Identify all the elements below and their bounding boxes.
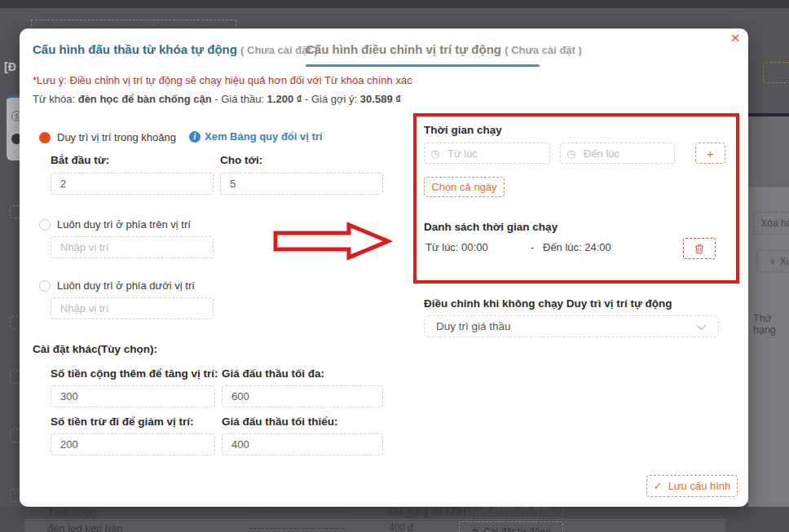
chevron-down-icon [696,324,707,331]
radio-keep-above[interactable] [39,219,51,231]
time-entry-separator: - [531,241,534,253]
screen: [Đ $ Xóa hàng ∨ Xuất Thứ hạng Tạm dừng G… [0,0,789,532]
background-button-clipped[interactable] [763,62,789,83]
tab-label: Cấu hình điều chỉnh vị trí tự động [306,42,501,56]
radio-keep-below[interactable] [39,280,51,292]
background-right-strip [748,117,789,187]
delete-time-button[interactable] [683,238,716,259]
radio-keep-above-label: Luôn duy trì ở phía trên vị trí [57,218,191,231]
auto-setting-button[interactable]: ⚙ Cài đặt tự động [459,521,563,532]
from-position-input[interactable] [51,173,214,195]
close-icon[interactable]: ✕ [730,31,741,46]
position-conversion-link[interactable]: Xem Bảng quy đổi vị trí [205,130,322,143]
max-bid-label: Giá đấu thầu tối đa: [222,367,324,380]
to-position-label: Cho tới: [220,154,262,166]
add-time-button[interactable]: + [695,143,725,164]
suggest-price: Giá gợi ý 39.173 đ [389,506,469,517]
dashed-cell [250,528,345,529]
active-tab-underline [306,64,540,67]
all-day-label: Chọn cả ngày [431,181,496,193]
below-position-input[interactable] [51,297,214,319]
background-right-panel [748,187,789,507]
plus-icon: + [707,147,714,160]
to-position-input[interactable] [220,173,383,195]
increase-amount-label: Số tiền cộng thêm để tăng vị trí: [51,367,218,380]
delete-row-label: Xóa hàng [760,218,789,229]
auto-setting-label: Cài đặt tự động [483,526,551,532]
rank-column-header: Thứ hạng [753,313,789,336]
fallback-value: Duy trì giá thầu [436,320,511,332]
export-label: Xuất [780,256,789,267]
row-separator [24,519,725,520]
fallback-label: Điều chỉnh khi không chạy Duy trì vị trí… [424,297,672,310]
price-cell: 400 đ [389,522,413,532]
decrease-amount-input[interactable] [51,433,215,455]
tab-status: ( Chưa cài đặt ) [505,44,582,56]
warning-note: *Lưu ý: Điều chỉnh vị trí tự động sẽ chạ… [33,74,412,86]
decrease-amount-label: Số tiền trừ đi để giảm vị trí: [51,415,194,428]
min-bid-label: Giá đấu thầu tối thiểu: [222,415,338,428]
annotation-arrow [273,222,392,261]
trash-icon [694,244,704,254]
time-from-input[interactable] [424,143,550,164]
info-icon: i [189,131,201,143]
keyword-summary: Từ khóa: đèn học để bàn chống cận - Giá … [33,93,401,105]
status-paused: Tạm dừng [47,506,96,518]
bid-value: 1.200 ₫ [267,93,302,105]
chevron-down-icon: ∨ [769,257,775,266]
clock-icon: ◷ [566,147,575,160]
background-left-label: [Đ [4,60,16,73]
fallback-select[interactable]: Duy trì giá thầu [424,315,719,337]
time-list-title: Danh sách thời gian chạy [424,221,558,233]
tab-keyword-auto-bid[interactable]: Cấu hình đấu thầu từ khóa tự động ( Chưa… [33,42,318,56]
above-position-input[interactable] [51,236,214,258]
keyword-cell: đèn led kẹp bàn [47,522,123,532]
tab-label: Cấu hình đấu thầu từ khóa tự động [33,42,237,56]
keyword-label: Từ khóa: [33,93,75,105]
max-bid-input[interactable] [222,385,383,407]
radio-keep-range-label: Duy trì vị trí trong khoảng [57,131,176,143]
config-modal: ✕ Cấu hình đấu thầu từ khóa tự động ( Ch… [20,29,748,507]
radio-keep-range[interactable] [39,132,51,143]
save-config-label: Lưu cấu hình [668,480,731,492]
radio-keep-below-label: Luôn duy trì ở phía dưới vị trí [57,279,195,292]
background-row-highlight [24,521,725,532]
export-button[interactable]: ∨ Xuất [756,250,789,272]
time-entry-from: Từ lúc: 00:00 [425,241,488,253]
keyword-value: đèn học để bàn chống cận [78,93,212,105]
delete-row-button[interactable]: Xóa hàng [753,212,789,235]
min-bid-input[interactable] [222,433,383,455]
bid-label: - Giá thầu: [214,93,264,105]
time-to-input[interactable] [560,143,675,164]
background-top-bar [0,0,789,8]
from-position-label: Bắt đầu từ: [51,154,109,166]
clock-icon: ◷ [430,147,439,160]
save-config-button[interactable]: ✓ Lưu cấu hình [646,475,738,497]
increase-amount-input[interactable] [51,385,215,407]
suggest-label: - Giá gợi ý: [305,93,357,105]
suggest-value: 30.589 ₫ [360,93,401,105]
run-time-title: Thời gian chạy [424,124,502,136]
dashed-cell [250,512,345,512]
gear-icon: ⚙ [471,527,479,532]
tab-position-auto-adjust[interactable]: Cấu hình điều chỉnh vị trí tự động ( Chư… [306,42,582,56]
check-icon: ✓ [654,480,663,492]
all-day-button[interactable]: Chọn cả ngày [424,177,505,197]
time-entry-to: Đến lúc: 24:00 [543,241,611,253]
other-settings-title: Cài đặt khác(Tùy chọn): [33,343,157,355]
